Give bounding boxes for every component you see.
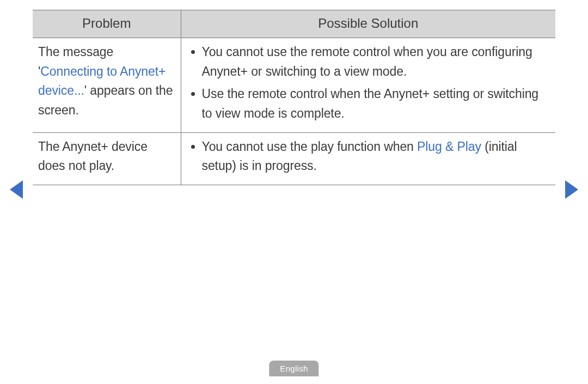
header-solution: Possible Solution bbox=[181, 10, 555, 38]
problem-cell: The Anynet+ device does not play. bbox=[33, 132, 181, 185]
table-row: The message 'Connecting to Anynet+ devic… bbox=[33, 38, 555, 133]
solution-pre: You cannot use the play function when bbox=[202, 139, 418, 154]
problem-cell: The message 'Connecting to Anynet+ devic… bbox=[33, 38, 181, 133]
solution-cell: You cannot use the play function when Pl… bbox=[181, 132, 555, 185]
solution-item: Use the remote control when the Anynet+ … bbox=[187, 84, 550, 123]
solution-bold: Plug & Play bbox=[417, 139, 481, 154]
solution-item: You cannot use the play function when Pl… bbox=[187, 137, 550, 176]
problem-text: The Anynet+ device does not play. bbox=[38, 139, 148, 173]
next-page-arrow-icon[interactable] bbox=[565, 180, 578, 199]
prev-page-arrow-icon[interactable] bbox=[10, 180, 23, 199]
solution-cell: You cannot use the remote control when y… bbox=[181, 38, 555, 133]
troubleshoot-table: Problem Possible Solution The message 'C… bbox=[33, 10, 555, 185]
language-pill[interactable]: English bbox=[269, 361, 318, 376]
solution-item: You cannot use the remote control when y… bbox=[187, 42, 550, 81]
header-problem: Problem bbox=[33, 10, 181, 38]
table-row: The Anynet+ device does not play. You ca… bbox=[33, 132, 555, 185]
